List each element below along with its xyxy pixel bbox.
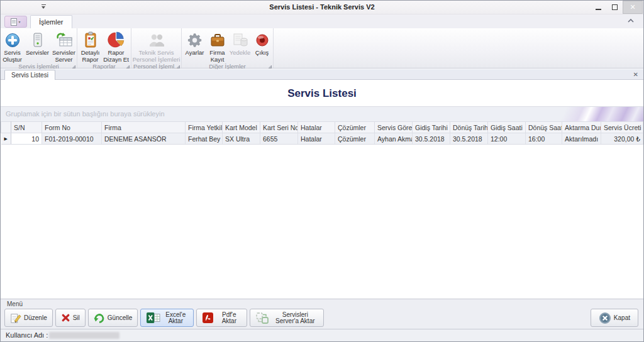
column-header-donus-saati[interactable]: Dönüş Saati	[526, 122, 562, 133]
group-by-panel[interactable]: Gruplamak için bir sütun başlığını buray…	[1, 106, 643, 121]
server-icon	[30, 32, 45, 48]
yedekle-button: Yedekle	[228, 30, 252, 57]
row-indicator-header	[1, 122, 11, 133]
cell-servis-gorevlisi[interactable]: Ayhan Akman	[375, 133, 413, 145]
tab-islemler[interactable]: İşlemler	[30, 15, 72, 28]
column-header-gidis-tarihi[interactable]: Gidiş Tarihi	[413, 122, 450, 133]
cell-hatalar[interactable]: Hatalar	[298, 133, 335, 145]
chevron-down-icon: ▾	[18, 19, 20, 24]
app-menu-icon	[11, 18, 17, 26]
column-header-firma-yetkilisi[interactable]: Firma Yetkilisi	[186, 122, 223, 133]
column-header-form-no[interactable]: Form No	[42, 122, 102, 133]
table-row[interactable]: ▶ 10 F01-2019-00010 DENEME ASANSÖR Ferha…	[1, 133, 643, 145]
cell-gidis-tarihi[interactable]: 30.5.2018	[413, 133, 450, 145]
row-indicator-icon: ▶	[1, 133, 11, 145]
user-name-label: Kullanıcı Adı :	[6, 329, 48, 341]
column-header-sn[interactable]: S/N	[11, 122, 42, 133]
excele-aktar-button[interactable]: Excel'e Aktar	[140, 309, 194, 327]
server-transfer-icon	[255, 312, 269, 324]
status-bar: Kullanıcı Adı :	[1, 329, 643, 341]
servisleri-servera-aktar-button[interactable]: Servisleri Server'a Aktar	[250, 309, 324, 327]
cell-firma[interactable]: DENEME ASANSÖR	[102, 133, 186, 145]
duzenle-button[interactable]: Düzenle	[4, 309, 53, 327]
user-name-redacted	[49, 332, 119, 339]
edit-pencil-icon	[10, 312, 21, 324]
briefcase-icon	[209, 32, 226, 48]
detayli-rapor-button[interactable]: Detaylı Rapor	[79, 30, 103, 63]
column-header-donus-tarihi[interactable]: Dönüş Tarihi	[450, 122, 488, 133]
cell-kart-seri-no[interactable]: 6655	[260, 133, 298, 145]
pie-chart-icon	[108, 31, 125, 48]
column-header-aktarma-durumu[interactable]: Aktarma Dur...	[562, 122, 601, 133]
ribbon-group-personel: Teknik Servis Personel İşlemleri Persone…	[131, 28, 182, 68]
kapat-close-icon	[599, 312, 611, 324]
restore-button[interactable]	[606, 1, 623, 14]
column-header-kart-seri-no[interactable]: Kart Seri No	[260, 122, 298, 133]
quick-access-dropdown-icon[interactable]	[41, 4, 47, 10]
dialog-launcher-icon[interactable]	[269, 65, 272, 69]
cell-sn[interactable]: 10	[11, 133, 42, 145]
server-table-icon	[55, 32, 73, 48]
ribbon-collapse-icon[interactable]	[627, 18, 635, 23]
cell-donus-tarihi[interactable]: 30.5.2018	[450, 133, 488, 145]
guncelle-button[interactable]: Güncelle	[88, 309, 138, 327]
restore-icon	[612, 4, 618, 10]
ribbon-group-servis-islemleri: Servis Oluştur Servisler	[1, 28, 77, 68]
add-circle-icon	[4, 32, 21, 48]
content-area: Servis Listesi Gruplamak için bir sütun …	[1, 80, 643, 299]
excel-icon	[146, 312, 160, 324]
gear-icon	[187, 32, 203, 48]
footer-panel: Menü Düzenle Sil	[1, 299, 643, 329]
cell-form-no[interactable]: F01-2019-00010	[42, 133, 102, 145]
cell-aktarma-durumu[interactable]: Aktarılmadı	[562, 133, 601, 145]
servisler-button[interactable]: Servisler	[25, 30, 51, 57]
header-row: S/N Form No Firma Firma Yetkilisi Kart M…	[1, 122, 643, 133]
exit-icon	[255, 33, 270, 48]
minimize-button[interactable]	[590, 1, 606, 14]
page-title: Servis Listesi	[1, 87, 643, 100]
menu-group-label: Menü	[7, 301, 23, 307]
sil-button[interactable]: Sil	[55, 309, 86, 327]
titlebar: Servis Listesi - Teknik Servis V2 ✕	[1, 1, 643, 14]
cikis-button[interactable]: Çıkış	[252, 30, 272, 57]
application-menu-button[interactable]: ▾	[4, 16, 27, 28]
tab-servis-listesi[interactable]: Servis Listesi	[4, 70, 55, 80]
minimize-icon	[596, 9, 601, 10]
pdfe-aktar-button[interactable]: Pdf'e Aktar	[196, 309, 247, 327]
rapor-dizayn-button[interactable]: Rapor Dizayn Et	[103, 30, 130, 63]
cell-kart-model[interactable]: SX Ultra	[223, 133, 260, 145]
column-header-kart-model[interactable]: Kart Model	[223, 122, 260, 133]
cell-donus-saati[interactable]: 16:00	[526, 133, 562, 145]
dialog-launcher-icon[interactable]	[126, 65, 130, 69]
close-icon: ✕	[630, 3, 635, 11]
column-header-servis-gorevlisi[interactable]: Servis Görevlisi	[375, 122, 413, 133]
cell-gidis-saati[interactable]: 12:00	[488, 133, 526, 145]
cell-firma-yetkilisi[interactable]: Ferhat Bey	[186, 133, 223, 145]
service-grid: Gruplamak için bir sütun başlığını buray…	[1, 106, 643, 145]
column-header-servis-ucreti[interactable]: Servis Ücreti	[601, 122, 643, 133]
column-header-gidis-saati[interactable]: Gidiş Saati	[488, 122, 526, 133]
ribbon-group-raporlar: Detaylı Rapor Rapor Dizayn Et Raporlar	[77, 28, 131, 68]
cell-cozumler[interactable]: Çözümler	[335, 133, 375, 145]
app-window: Servis Listesi - Teknik Servis V2 ✕ ▾ İş…	[0, 0, 644, 342]
document-close-icon[interactable]: ✕	[633, 70, 638, 79]
dialog-launcher-icon[interactable]	[72, 65, 75, 69]
kapat-button[interactable]: Kapat	[591, 309, 638, 327]
close-button[interactable]: ✕	[623, 1, 643, 14]
pdf-icon	[202, 312, 214, 324]
delete-x-icon	[61, 313, 70, 323]
refresh-icon	[94, 313, 105, 323]
servis-olustur-button[interactable]: Servis Oluştur	[1, 30, 25, 63]
people-icon	[147, 32, 166, 48]
ribbon-group-diger-islemler: Ayarlar Firma Kayıt	[182, 28, 274, 68]
ayarlar-button[interactable]: Ayarlar	[183, 30, 207, 57]
cell-servis-ucreti[interactable]: 320,00 ₺	[601, 133, 643, 145]
ribbon: Servis Oluştur Servisler	[1, 28, 643, 69]
column-header-firma[interactable]: Firma	[102, 122, 186, 133]
servisler-server-button[interactable]: Servisler Server	[51, 30, 77, 63]
dialog-launcher-icon[interactable]	[177, 65, 180, 69]
firma-kayit-button[interactable]: Firma Kayıt	[207, 30, 228, 63]
column-header-hatalar[interactable]: Hatalar	[298, 122, 335, 133]
column-header-cozumler[interactable]: Çözümler	[335, 122, 375, 133]
decorative-waves	[511, 107, 643, 121]
